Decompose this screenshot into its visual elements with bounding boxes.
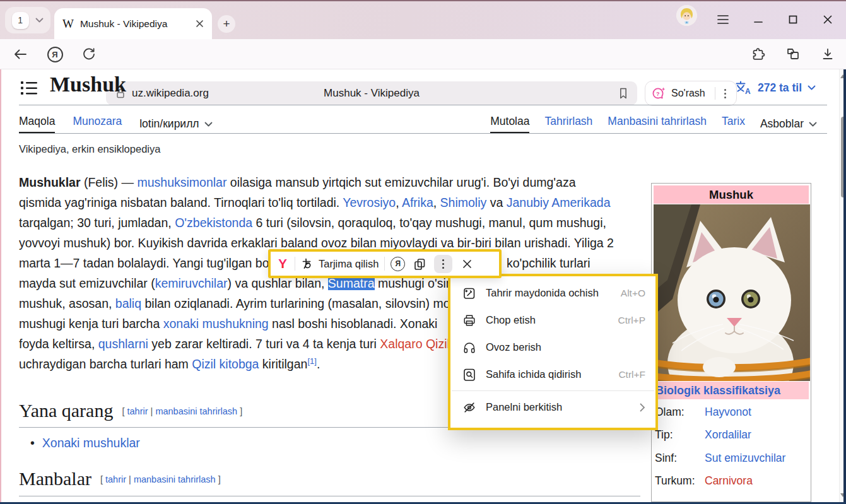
close-popup-button[interactable]: [458, 255, 476, 273]
copy-button[interactable]: [411, 255, 428, 273]
new-tab-button[interactable]: +: [218, 15, 235, 33]
tab-munozara[interactable]: Munozara: [73, 115, 122, 133]
wiki-link[interactable]: Sut emizuvchilar: [705, 452, 785, 465]
shortcut-label: Ctrl+F: [618, 369, 645, 380]
ask-ai-button[interactable]: ? So'rash: [645, 81, 737, 106]
downloads-button[interactable]: [819, 45, 837, 63]
tab-script-variant[interactable]: lotin/кирилл: [139, 115, 212, 133]
tab-tarix[interactable]: Tarix: [722, 115, 745, 133]
wiki-link[interactable]: kemiruvchilar: [155, 276, 228, 290]
profile-avatar[interactable]: [676, 5, 697, 26]
ask-ai-label: So'rash: [671, 88, 705, 99]
printer-icon: [462, 314, 476, 327]
address-bar[interactable]: uz.wikipedia.org Mushuk - Vikipediya: [106, 81, 637, 105]
taxobox-row: Olam:Hayvonot: [653, 401, 809, 424]
edit-source-link[interactable]: manbasini tahrirlash: [134, 474, 216, 484]
chevron-down-icon: [204, 122, 213, 127]
namespace-tabs: Maqola Munozara lotin/кирилл: [19, 115, 213, 133]
wiki-link[interactable]: xonaki mushukning: [163, 317, 269, 331]
hiragana-a-icon: [301, 257, 314, 270]
close-icon: [462, 259, 473, 269]
extensions-button[interactable]: [749, 45, 767, 63]
browser-tab[interactable]: W Mushuk - Vikipediya: [54, 8, 212, 39]
edit-link[interactable]: tahrir: [105, 474, 126, 484]
menu-item-read-aloud[interactable]: Ovoz berish: [450, 334, 655, 361]
wiki-link[interactable]: mushuksimonlar: [137, 175, 226, 189]
edit-section-links: [ tahrir | manbasini tahrirlash ]: [100, 474, 221, 484]
selected-text[interactable]: Sumatra: [328, 276, 375, 290]
close-icon: [823, 15, 833, 25]
contents-list-icon: [21, 81, 37, 95]
chevron-down-icon: [809, 122, 817, 127]
svg-text:?: ?: [656, 91, 660, 97]
menu-item-open-in-editor[interactable]: Tahrir maydonida ochish Alt+O: [450, 279, 655, 307]
browser-window: 1 W Mushuk - Vikipediya +: [0, 0, 846, 504]
edit-link[interactable]: tahrir: [127, 406, 148, 416]
view-tabs: Mutolaa Tahrirlash Manbasini tahrirlash …: [490, 115, 817, 133]
tab-asboblar[interactable]: Asboblar: [760, 115, 817, 133]
wiki-link[interactable]: Afrika: [402, 196, 433, 209]
tab-maqola[interactable]: Maqola: [19, 115, 55, 133]
back-arrow-icon: [13, 48, 28, 61]
more-options-button[interactable]: [434, 255, 452, 273]
yandex-search-button[interactable]: Я: [391, 257, 405, 271]
translate-label: Tarjima qilish: [319, 258, 379, 270]
wiki-link[interactable]: Yevrosiyo: [343, 196, 396, 209]
reference-link[interactable]: [1]: [307, 356, 316, 366]
taxobox-title: Mushuk: [654, 185, 809, 204]
contents-toggle-button[interactable]: [21, 81, 37, 98]
red-link[interactable]: Carnivora: [705, 474, 753, 488]
wiki-link[interactable]: Shimoliy: [440, 196, 487, 209]
edit-source-link[interactable]: manbasini tahrirlash: [155, 406, 237, 416]
window-edge: [843, 69, 846, 504]
popup-options-menu: Tahrir maydonida ochish Alt+O Chop etish…: [448, 274, 658, 430]
wiki-link[interactable]: Xonaki mushuklar: [42, 436, 140, 450]
puzzle-icon: [751, 47, 766, 62]
taxobox-row: Tip:Xordalilar: [653, 424, 809, 447]
minimize-button[interactable]: [748, 9, 769, 30]
tab-counter-button[interactable]: 1: [5, 7, 50, 33]
ask-ai-more-icon[interactable]: [720, 89, 730, 98]
wiki-link[interactable]: Hayvonot: [705, 406, 751, 419]
shortcut-label: Alt+O: [621, 288, 645, 299]
refresh-button[interactable]: [80, 45, 98, 63]
find-in-page-icon: [462, 368, 476, 382]
bookmark-icon[interactable]: [617, 86, 630, 101]
avatar-girl-icon: [676, 5, 697, 26]
tab-manbasini-tahrirlash[interactable]: Manbasini tahrirlash: [608, 115, 707, 133]
wiki-link[interactable]: Xordalilar: [705, 428, 751, 442]
language-selector[interactable]: A 272 ta til: [734, 80, 816, 95]
tab-mutolaa[interactable]: Mutolaa: [490, 115, 529, 133]
wiki-link[interactable]: baliq: [115, 296, 141, 310]
refresh-icon: [82, 47, 96, 61]
menu-item-find-in-page[interactable]: Sahifa ichida qidirish Ctrl+F: [450, 361, 655, 388]
back-button[interactable]: [11, 45, 29, 63]
wiki-link[interactable]: Janubiy Amerikada: [507, 196, 611, 209]
article-line: qismida yag'riniga nisbatan baland. Tirn…: [19, 192, 651, 213]
hamburger-icon: [717, 15, 729, 25]
wiki-link[interactable]: qushlarni: [98, 337, 148, 351]
tab-groups-button[interactable]: [784, 45, 802, 63]
yandex-home-button[interactable]: Я: [46, 45, 64, 63]
window-edge: [0, 69, 1, 502]
maximize-button[interactable]: [782, 9, 804, 30]
article-line: Mushuklar (Felis) — mushuksimonlar oilas…: [19, 172, 651, 192]
submenu-chevron-icon: [639, 402, 645, 413]
tab-groups-icon: [785, 47, 801, 62]
window-close-button[interactable]: [817, 9, 838, 30]
selection-popup-toolbar: Y Tarjima qilish Я: [268, 249, 502, 278]
tab-bar: 1 W Mushuk - Vikipediya +: [0, 0, 846, 39]
translate-button[interactable]: Tarjima qilish: [301, 257, 379, 270]
menu-item-hide-panel[interactable]: Panelni berkitish: [450, 394, 655, 421]
browser-menu-button[interactable]: [712, 9, 734, 30]
section-divider: [19, 496, 640, 496]
tab-tahrirlash[interactable]: Tahrirlash: [544, 115, 592, 133]
taxobox-classification-header[interactable]: Biologik klassifikatsiya: [654, 382, 809, 399]
minimize-icon: [753, 15, 763, 25]
tab-title: Mushuk - Vikipediya: [80, 18, 189, 30]
tab-close-icon[interactable]: [196, 20, 204, 28]
wiki-link[interactable]: Qizil kitobga: [192, 357, 259, 371]
wiki-link[interactable]: O'zbekistonda: [175, 216, 252, 230]
headphones-icon: [462, 341, 476, 355]
menu-item-print[interactable]: Chop etish Ctrl+P: [450, 307, 655, 334]
